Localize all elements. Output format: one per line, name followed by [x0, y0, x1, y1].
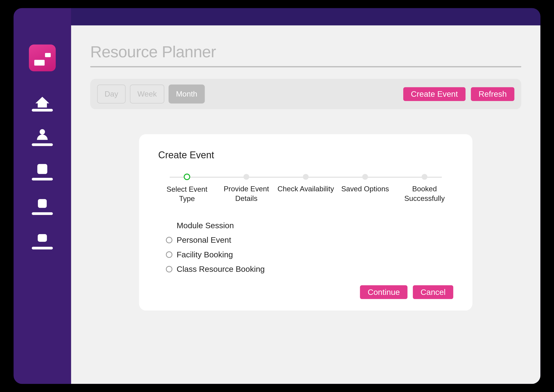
option-label: Facility Booking — [176, 250, 233, 259]
sidebar-item-module-2[interactable] — [32, 198, 53, 215]
option-label: Personal Event — [176, 236, 231, 245]
square-icon — [35, 198, 49, 209]
sidebar-item-module-1[interactable] — [32, 163, 53, 180]
nav-underline — [32, 109, 53, 112]
option-class-resource-booking[interactable]: Class Resource Booking — [166, 265, 453, 274]
sidebar-item-module-3[interactable] — [32, 232, 53, 249]
device-frame: Resource Planner Day Week Month Create E… — [9, 4, 545, 388]
sidebar — [14, 8, 71, 384]
square-icon — [35, 232, 49, 244]
cancel-button[interactable]: Cancel — [413, 285, 453, 299]
step-select-event-type[interactable]: Select Event Type — [158, 174, 216, 204]
step-label: Booked Successfully — [396, 184, 453, 203]
step-dot-icon — [422, 174, 427, 180]
create-event-button[interactable]: Create Event — [403, 87, 466, 101]
refresh-button[interactable]: Refresh — [471, 87, 514, 101]
panel-title: Create Event — [158, 149, 453, 161]
continue-button[interactable]: Continue — [360, 285, 407, 299]
panel-actions: Continue Cancel — [158, 285, 453, 299]
home-icon — [35, 94, 49, 106]
nav-underline — [32, 212, 53, 215]
sidebar-item-profile[interactable] — [32, 129, 53, 146]
app-logo-icon — [29, 45, 56, 71]
window-titlebar — [14, 8, 540, 25]
app-screen: Resource Planner Day Week Month Create E… — [14, 8, 540, 384]
step-booked-successfully[interactable]: Booked Successfully — [396, 174, 453, 204]
options-heading-row: Module Session — [166, 221, 453, 230]
option-label: Class Resource Booking — [176, 265, 265, 274]
sidebar-item-home[interactable] — [32, 94, 53, 112]
nav-underline — [32, 178, 53, 181]
step-label: Saved Options — [341, 184, 389, 194]
radio-spacer — [166, 222, 172, 229]
step-label: Select Event Type — [158, 185, 216, 204]
step-saved-options[interactable]: Saved Options — [337, 174, 394, 204]
user-icon — [35, 129, 49, 140]
radio-icon — [166, 251, 172, 258]
event-type-options: Module Session Personal Event Facility B… — [166, 221, 453, 273]
step-provide-event-details[interactable]: Provide Event Details — [217, 174, 275, 204]
stepper: Select Event Type Provide Event Details … — [158, 174, 453, 204]
page-title: Resource Planner — [90, 42, 521, 61]
radio-icon — [166, 266, 172, 273]
step-label: Provide Event Details — [217, 184, 275, 203]
view-toggle-week[interactable]: Week — [130, 85, 164, 104]
step-dot-icon — [303, 174, 309, 180]
title-divider — [90, 66, 521, 67]
nav-underline — [32, 143, 53, 146]
main-content: Resource Planner Day Week Month Create E… — [71, 25, 540, 384]
step-label: Check Availability — [277, 184, 334, 194]
option-facility-booking[interactable]: Facility Booking — [166, 250, 453, 259]
square-icon — [35, 163, 49, 175]
nav-underline — [32, 247, 53, 250]
step-dot-icon — [362, 174, 368, 180]
view-toggle-group: Day Week Month — [97, 85, 205, 104]
view-toggle-month[interactable]: Month — [168, 85, 205, 104]
option-personal-event[interactable]: Personal Event — [166, 236, 453, 245]
options-heading: Module Session — [176, 221, 234, 230]
create-event-panel: Create Event Select Event Type Provide E… — [139, 134, 472, 310]
toolbar: Day Week Month Create Event Refresh — [90, 79, 521, 109]
step-dot-icon — [184, 174, 190, 180]
step-dot-icon — [243, 174, 249, 180]
step-check-availability[interactable]: Check Availability — [277, 174, 335, 204]
toolbar-actions: Create Event Refresh — [403, 87, 514, 101]
radio-icon — [166, 237, 172, 243]
view-toggle-day[interactable]: Day — [97, 85, 126, 104]
